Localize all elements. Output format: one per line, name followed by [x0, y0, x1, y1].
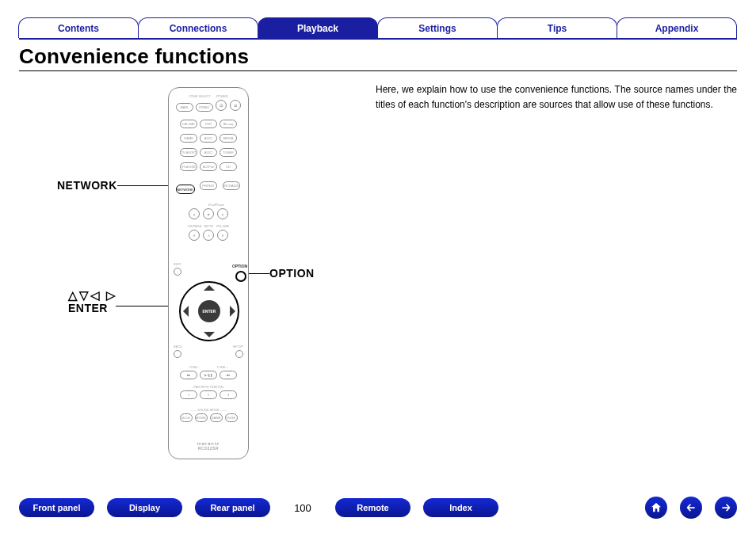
home-icon[interactable]	[645, 497, 667, 519]
anno-option-text: OPTION	[269, 267, 315, 280]
intro-paragraph: Here, we explain how to use the convenie…	[368, 82, 737, 478]
remote-dpad: ENTER	[179, 281, 239, 341]
tab-contents[interactable]: Contents	[18, 17, 139, 38]
footer-nav: Front panel Display Rear panel 100 Remot…	[0, 497, 756, 519]
front-panel-button[interactable]: Front panel	[19, 498, 94, 517]
tab-tips[interactable]: Tips	[497, 17, 617, 38]
anno-option: OPTION	[269, 267, 315, 280]
anno-enter-text: ENTER	[68, 302, 117, 314]
remote-illustration: ZONE SELECT POWER MAINZONE2⏻⏻ CBL/SATDVD…	[168, 87, 249, 459]
prev-page-icon[interactable]	[680, 497, 702, 519]
anno-enter-symbols: △▽◁ ▷	[68, 288, 117, 302]
anno-enter: △▽◁ ▷ ENTER	[68, 288, 117, 314]
remote-enter-button: ENTER	[203, 309, 216, 314]
tab-playback[interactable]: Playback	[258, 17, 378, 38]
anno-network: NETWORK	[57, 179, 117, 192]
tabs-underline	[19, 38, 737, 40]
tab-appendix[interactable]: Appendix	[617, 17, 737, 38]
remote-network-button: NETWORK	[176, 185, 195, 194]
top-tabs: Contents Connections Playback Settings T…	[19, 17, 737, 38]
main-content: NETWORK OPTION △▽◁ ▷ ENTER ZONE SELECT P…	[0, 82, 756, 478]
page-title: Convenience functions	[19, 44, 737, 69]
remote-button[interactable]: Remote	[335, 498, 410, 517]
tab-connections[interactable]: Connections	[138, 17, 258, 38]
next-page-icon[interactable]	[715, 497, 737, 519]
display-button[interactable]: Display	[107, 498, 182, 517]
tab-settings[interactable]: Settings	[377, 17, 498, 38]
remote-option-button	[235, 271, 246, 282]
remote-brand: marantz RC022SR	[169, 441, 248, 451]
page-number: 100	[283, 502, 323, 514]
rear-panel-button[interactable]: Rear panel	[195, 498, 270, 517]
index-button[interactable]: Index	[423, 498, 498, 517]
remote-option-label: OPTION	[232, 264, 247, 268]
title-rule	[19, 70, 737, 71]
anno-network-text: NETWORK	[57, 179, 117, 192]
remote-diagram-area: NETWORK OPTION △▽◁ ▷ ENTER ZONE SELECT P…	[19, 82, 368, 478]
